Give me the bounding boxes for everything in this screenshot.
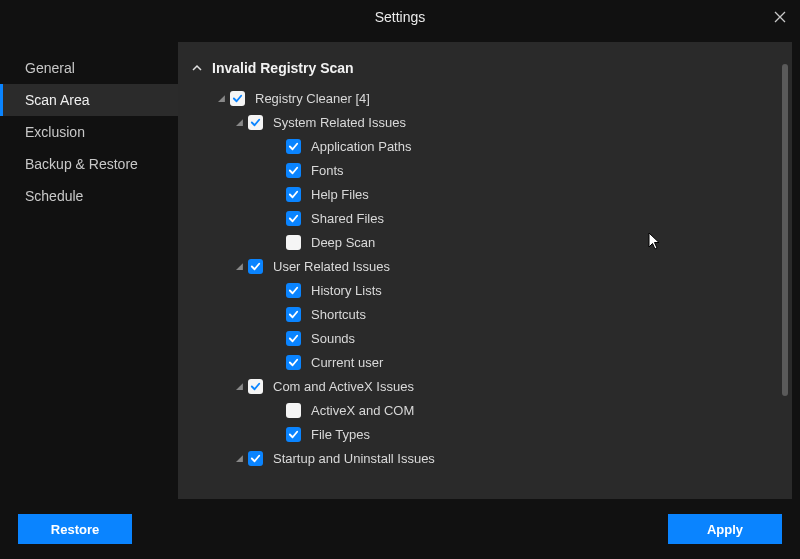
tree-item-label[interactable]: Deep Scan [311, 235, 375, 250]
tree-row: ◢Registry Cleaner [4] [200, 86, 770, 110]
close-button[interactable] [760, 0, 800, 34]
sidebar-item-label: Exclusion [25, 124, 85, 140]
checkbox[interactable] [286, 331, 301, 346]
tree-item-label[interactable]: Com and ActiveX Issues [273, 379, 414, 394]
expand-toggle-icon[interactable]: ◢ [212, 93, 230, 103]
sidebar-item-schedule[interactable]: Schedule [0, 180, 178, 212]
checkbox[interactable] [286, 163, 301, 178]
tree-item-label[interactable]: Sounds [311, 331, 355, 346]
checkbox[interactable] [286, 283, 301, 298]
content-panel: Invalid Registry Scan ◢Registry Cleaner … [178, 42, 792, 499]
tree-row: ◢Startup and Uninstall Issues [200, 446, 770, 470]
checkbox[interactable] [248, 451, 263, 466]
sidebar: GeneralScan AreaExclusionBackup & Restor… [0, 42, 178, 499]
checkbox[interactable] [286, 187, 301, 202]
checkbox[interactable] [286, 355, 301, 370]
tree-item-label[interactable]: ActiveX and COM [311, 403, 414, 418]
tree-row: ◢System Related Issues [200, 110, 770, 134]
sidebar-item-general[interactable]: General [0, 52, 178, 84]
sidebar-item-scan-area[interactable]: Scan Area [0, 84, 178, 116]
restore-button[interactable]: Restore [18, 514, 132, 544]
apply-button[interactable]: Apply [668, 514, 782, 544]
expand-toggle-icon[interactable]: ◢ [230, 453, 248, 463]
checkbox[interactable] [286, 235, 301, 250]
tree-row: File Types [200, 422, 770, 446]
tree-item-label[interactable]: System Related Issues [273, 115, 406, 130]
checkbox[interactable] [230, 91, 245, 106]
tree: ◢Registry Cleaner [4]◢System Related Iss… [200, 86, 770, 470]
checkbox[interactable] [286, 211, 301, 226]
tree-row: Help Files [200, 182, 770, 206]
caret-up-icon [192, 63, 202, 73]
tree-item-label[interactable]: Registry Cleaner [4] [255, 91, 370, 106]
scrollbar-thumb[interactable] [782, 64, 788, 396]
expand-toggle-icon[interactable]: ◢ [230, 381, 248, 391]
checkbox[interactable] [248, 379, 263, 394]
tree-item-label[interactable]: History Lists [311, 283, 382, 298]
footer: Restore Apply [0, 499, 800, 559]
tree-row: ActiveX and COM [200, 398, 770, 422]
sidebar-item-label: Schedule [25, 188, 83, 204]
tree-row: Application Paths [200, 134, 770, 158]
checkbox[interactable] [286, 307, 301, 322]
title-bar: Settings [0, 0, 800, 34]
section-invalid-registry-scan[interactable]: Invalid Registry Scan [192, 56, 770, 86]
tree-item-label[interactable]: Shortcuts [311, 307, 366, 322]
tree-item-label[interactable]: User Related Issues [273, 259, 390, 274]
sidebar-item-exclusion[interactable]: Exclusion [0, 116, 178, 148]
tree-item-label[interactable]: Current user [311, 355, 383, 370]
tree-row: Shortcuts [200, 302, 770, 326]
tree-row: Fonts [200, 158, 770, 182]
tree-row: History Lists [200, 278, 770, 302]
sidebar-item-label: Backup & Restore [25, 156, 138, 172]
checkbox[interactable] [286, 139, 301, 154]
tree-row: ◢User Related Issues [200, 254, 770, 278]
checkbox[interactable] [248, 115, 263, 130]
expand-toggle-icon[interactable]: ◢ [230, 117, 248, 127]
checkbox[interactable] [286, 403, 301, 418]
tree-row: Current user [200, 350, 770, 374]
tree-row: ◢Com and ActiveX Issues [200, 374, 770, 398]
close-icon [774, 11, 786, 23]
tree-item-label[interactable]: Startup and Uninstall Issues [273, 451, 435, 466]
sidebar-item-label: Scan Area [25, 92, 90, 108]
sidebar-item-backup-restore[interactable]: Backup & Restore [0, 148, 178, 180]
tree-item-label[interactable]: Shared Files [311, 211, 384, 226]
tree-item-label[interactable]: File Types [311, 427, 370, 442]
tree-item-label[interactable]: Help Files [311, 187, 369, 202]
scrollbar[interactable] [780, 46, 790, 495]
tree-row: Deep Scan [200, 230, 770, 254]
window-title: Settings [375, 9, 426, 25]
tree-row: Sounds [200, 326, 770, 350]
checkbox[interactable] [286, 427, 301, 442]
section-title: Invalid Registry Scan [212, 60, 354, 76]
tree-item-label[interactable]: Fonts [311, 163, 344, 178]
scroll-area: Invalid Registry Scan ◢Registry Cleaner … [178, 42, 778, 499]
sidebar-item-label: General [25, 60, 75, 76]
expand-toggle-icon[interactable]: ◢ [230, 261, 248, 271]
checkbox[interactable] [248, 259, 263, 274]
tree-row: Shared Files [200, 206, 770, 230]
tree-item-label[interactable]: Application Paths [311, 139, 411, 154]
